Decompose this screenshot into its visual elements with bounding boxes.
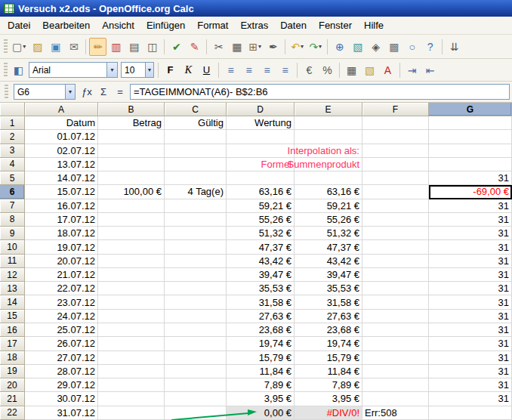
cell-C22[interactable]: [165, 406, 227, 420]
cell-A19[interactable]: 28.07.12: [25, 365, 98, 378]
cell-G4[interactable]: [429, 158, 512, 171]
cell-G22[interactable]: [429, 406, 512, 420]
row-header-8[interactable]: 8: [0, 213, 25, 227]
row-header-5[interactable]: 5: [0, 171, 25, 185]
cell-F13[interactable]: [362, 282, 429, 295]
cell-A18[interactable]: 27.07.12: [25, 351, 98, 365]
font-name-combo[interactable]: ▾: [29, 62, 118, 78]
cell-E18[interactable]: 15,79 €: [295, 351, 362, 365]
cell-G15[interactable]: 31: [429, 310, 512, 323]
cell-D9[interactable]: 51,32 €: [227, 227, 295, 240]
cell-A15[interactable]: 24.07.12: [25, 310, 98, 323]
cell-A12[interactable]: 21.07.12: [25, 268, 98, 282]
cell-B5[interactable]: [98, 171, 165, 185]
menu-item-bearbeiten[interactable]: Bearbeiten: [36, 17, 96, 33]
dropdown-arrow-icon[interactable]: ▾: [301, 43, 304, 50]
cell-E13[interactable]: 35,53 €: [295, 282, 362, 295]
column-header-a[interactable]: A: [25, 103, 98, 116]
formula-input[interactable]: [130, 84, 510, 100]
cell-C16[interactable]: [165, 323, 227, 337]
row-header-4[interactable]: 4: [0, 158, 25, 171]
cell-D4[interactable]: Formel: [227, 158, 295, 171]
cell-E22[interactable]: #DIV/0!: [295, 406, 362, 420]
align-right-icon[interactable]: ≡: [258, 61, 276, 79]
cell-A2[interactable]: 01.07.12: [25, 130, 98, 144]
cell-C19[interactable]: [165, 365, 227, 378]
name-box[interactable]: ▾: [14, 84, 76, 100]
cell-B16[interactable]: [98, 323, 165, 337]
cell-A7[interactable]: 16.07.12: [25, 199, 98, 213]
align-left-icon[interactable]: ≡: [222, 61, 239, 79]
cell-D5[interactable]: [227, 171, 295, 185]
cell-C7[interactable]: [165, 199, 227, 213]
cut-icon[interactable]: ✂: [210, 38, 227, 56]
cell-B9[interactable]: [98, 227, 165, 240]
cell-C11[interactable]: [165, 255, 227, 268]
cell-E8[interactable]: 55,26 €: [295, 213, 362, 227]
cell-F9[interactable]: [362, 227, 429, 240]
cell-B13[interactable]: [98, 282, 165, 295]
cell-B10[interactable]: [98, 240, 165, 254]
cell-C10[interactable]: [165, 240, 227, 254]
menu-item-ansicht[interactable]: Ansicht: [96, 17, 140, 33]
row-header-22[interactable]: 22: [0, 406, 25, 420]
underline-button[interactable]: U: [198, 61, 215, 79]
font-color-icon[interactable]: A: [379, 61, 396, 79]
row-header-18[interactable]: 18: [0, 351, 25, 365]
cell-G14[interactable]: 31: [429, 295, 512, 309]
dropdown-arrow-icon[interactable]: ▾: [319, 43, 322, 50]
cell-F19[interactable]: [362, 365, 429, 378]
cell-E7[interactable]: 59,21 €: [295, 199, 362, 213]
cell-B4[interactable]: [98, 158, 165, 171]
cell-F6[interactable]: [362, 185, 429, 199]
function-icon[interactable]: =: [112, 84, 128, 100]
cell-B3[interactable]: [98, 144, 165, 158]
cell-G13[interactable]: 31: [429, 282, 512, 295]
cell-F10[interactable]: [362, 240, 429, 254]
cell-E21[interactable]: 3,95 €: [295, 392, 362, 406]
italic-button[interactable]: K: [180, 61, 197, 79]
cell-C20[interactable]: [165, 378, 227, 392]
open-folder-icon[interactable]: ▨: [29, 38, 46, 56]
cell-D8[interactable]: 55,26 €: [227, 213, 295, 227]
cell-A3[interactable]: 02.07.12: [25, 144, 98, 158]
cell-D22[interactable]: 0,00 €: [227, 406, 295, 420]
cell-G16[interactable]: 31: [429, 323, 512, 337]
row-header-12[interactable]: 12: [0, 268, 25, 282]
menu-item-fenster[interactable]: Fenster: [313, 17, 358, 33]
cell-A16[interactable]: 25.07.12: [25, 323, 98, 337]
cell-G20[interactable]: 31: [429, 378, 512, 392]
menu-item-datei[interactable]: Datei: [2, 17, 36, 33]
cell-G8[interactable]: 31: [429, 213, 512, 227]
row-header-3[interactable]: 3: [0, 144, 25, 158]
cell-E16[interactable]: 23,68 €: [295, 323, 362, 337]
cell-B20[interactable]: [98, 378, 165, 392]
cell-E9[interactable]: 51,32 €: [295, 227, 362, 240]
cell-A10[interactable]: 19.07.12: [25, 240, 98, 254]
cell-D17[interactable]: 19,74 €: [227, 337, 295, 351]
cell-C6[interactable]: 4 Tag(e): [165, 185, 227, 199]
cell-D21[interactable]: 3,95 €: [227, 392, 295, 406]
cell-A8[interactable]: 17.07.12: [25, 213, 98, 227]
cell-C9[interactable]: [165, 227, 227, 240]
cell-F14[interactable]: [362, 295, 429, 309]
background-color-icon[interactable]: ▧: [361, 61, 378, 79]
cell-B15[interactable]: [98, 310, 165, 323]
cell-D1[interactable]: Wertung: [227, 116, 295, 130]
cell-A20[interactable]: 29.07.12: [25, 378, 98, 392]
cell-B11[interactable]: [98, 255, 165, 268]
column-header-b[interactable]: B: [98, 103, 165, 116]
row-header-21[interactable]: 21: [0, 392, 25, 406]
row-header-17[interactable]: 17: [0, 337, 25, 351]
select-all-corner[interactable]: [0, 103, 25, 116]
cell-G7[interactable]: 31: [429, 199, 512, 213]
cell-F2[interactable]: [362, 130, 429, 144]
dropdown-arrow-icon[interactable]: ▾: [258, 43, 261, 50]
hyperlink-icon[interactable]: ⊕: [331, 38, 348, 56]
cell-B19[interactable]: [98, 365, 165, 378]
cell-E17[interactable]: 19,74 €: [295, 337, 362, 351]
cell-B1[interactable]: Betrag: [98, 116, 165, 130]
help-icon[interactable]: ?: [421, 38, 439, 56]
column-header-g[interactable]: G: [429, 103, 512, 116]
cell-C4[interactable]: [165, 158, 227, 171]
